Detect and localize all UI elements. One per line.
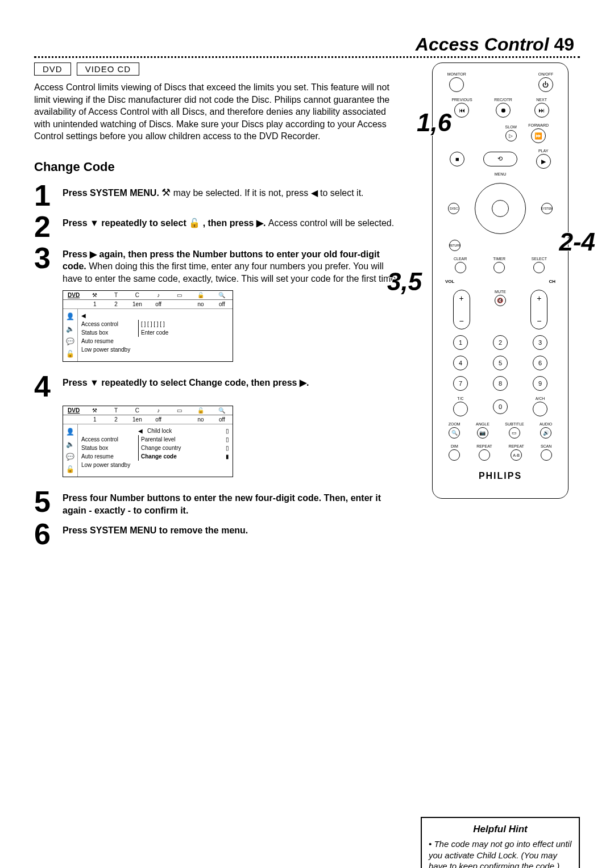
step-text: When doing this the first time, enter an…	[63, 261, 399, 283]
timer-button[interactable]	[493, 262, 505, 273]
speaker-icon: 🔈	[66, 440, 74, 448]
ach-button[interactable]	[533, 402, 547, 416]
step-number: 2	[34, 214, 55, 240]
play-button[interactable]: ▶	[536, 154, 551, 169]
num-1[interactable]: 1	[453, 335, 468, 350]
intro-paragraph: Access Control limits viewing of Discs t…	[34, 81, 404, 143]
section-title: Change Code	[34, 160, 404, 174]
audio-button[interactable]: 🔊	[540, 427, 551, 439]
return-button[interactable]: RETURN	[449, 240, 460, 251]
rec-button[interactable]: ⏺	[496, 103, 511, 118]
menu-header: DVD ⚒TC ♪▭🔓🔍	[63, 406, 233, 415]
step-3: 3 Press ▶ again, then press the Number b…	[34, 245, 404, 285]
num-0[interactable]: 0	[493, 399, 508, 414]
nav-pad[interactable]	[475, 183, 526, 234]
header-title: Access Control	[416, 34, 549, 55]
step-body: Press four Number buttons to enter the n…	[63, 489, 404, 516]
wrench-icon: ⚒	[161, 187, 171, 198]
next-button[interactable]: ⏭	[534, 103, 549, 118]
step-bold: Press SYSTEM MENU to remove the menu.	[63, 525, 248, 535]
hint-body: • The code may not go into effect until …	[429, 838, 572, 868]
lock-icon: 🔓	[66, 350, 74, 358]
step-number: 4	[34, 373, 55, 400]
repeat-ab-button[interactable]: A-B	[511, 449, 522, 461]
clear-button[interactable]	[455, 262, 466, 273]
step-bold: Press four Number buttons to enter the n…	[63, 493, 381, 515]
tag-video-cd: VIDEO CD	[77, 62, 140, 76]
osd-menu-2: DVD ⚒TC ♪▭🔓🔍 12 1enoff nooff 👤 🔈 💬 🔓 ◀Ch…	[63, 406, 233, 477]
person-icon: 👤	[66, 428, 74, 436]
main-column: DVD VIDEO CD Access Control limits viewi…	[34, 62, 404, 868]
helpful-hint-box: Helpful Hint • The code may not go into …	[421, 817, 580, 868]
step-6: 6 Press SYSTEM MENU to remove the menu.	[34, 521, 404, 548]
step-number: 6	[34, 521, 55, 548]
tc-button[interactable]	[453, 402, 468, 416]
num-4[interactable]: 4	[453, 356, 468, 370]
remote-control: 1,6 2-4 3,5 MONITOR ON/OFF⏻ PREVIOUS⏮ RE…	[432, 62, 569, 499]
step-text: may be selected. If it is not, press ◀ t…	[173, 188, 364, 198]
forward-button[interactable]: ⏩	[531, 128, 546, 143]
step-4: 4 Press ▼ repeatedly to select Change co…	[34, 373, 404, 400]
step-1: 1 Press SYSTEM MENU. ⚒ may be selected. …	[34, 182, 404, 209]
speaker-icon: 🔈	[66, 325, 74, 333]
repeat-button[interactable]	[479, 449, 490, 461]
monitor-button[interactable]	[449, 77, 464, 92]
callout-3-5: 3,5	[387, 268, 422, 296]
num-9[interactable]: 9	[533, 376, 547, 391]
speech-icon: 💬	[66, 337, 74, 345]
power-button[interactable]: ⏻	[538, 77, 553, 92]
dim-button[interactable]	[449, 449, 460, 461]
shuttle-button[interactable]: ⟲	[483, 152, 517, 166]
mute-button[interactable]: 🔇	[495, 295, 506, 306]
step-body: Press ▼ repeatedly to select Change code…	[63, 373, 309, 389]
num-7[interactable]: 7	[453, 376, 468, 391]
step-number: 1	[34, 182, 55, 209]
step-bold: Press SYSTEM MENU.	[63, 188, 159, 198]
step-bold: Press ▼ repeatedly to select Change code…	[63, 378, 309, 387]
header-page-num: 49	[554, 34, 574, 55]
step-number: 5	[34, 489, 55, 515]
format-tags: DVD VIDEO CD	[34, 62, 404, 76]
step-text: Access control will be selected.	[268, 218, 394, 228]
step-2: 2 Press ▼ repeatedly to select 🔓 , then …	[34, 214, 404, 240]
menu-side-icons: 👤 🔈 💬 🔓	[63, 309, 78, 361]
volume-rocker[interactable]: +−	[453, 290, 470, 329]
previous-button[interactable]: ⏮	[454, 103, 469, 118]
lock-icon: 🔓	[66, 465, 74, 473]
brand-logo: PHILIPS	[441, 471, 560, 481]
angle-button[interactable]: 📷	[477, 427, 488, 439]
num-3[interactable]: 3	[533, 335, 547, 350]
step-body: Press ▼ repeatedly to select 🔓 , then pr…	[63, 214, 394, 229]
slow-button[interactable]: ▷	[505, 130, 517, 141]
callout-1-6: 1,6	[417, 108, 451, 137]
channel-rocker[interactable]: +−	[530, 290, 547, 329]
num-5[interactable]: 5	[493, 356, 508, 370]
hint-title: Helpful Hint	[429, 824, 572, 835]
tag-dvd: DVD	[34, 62, 71, 76]
num-8[interactable]: 8	[493, 376, 508, 391]
step-body: Press SYSTEM MENU to remove the menu.	[63, 521, 248, 537]
disc-button[interactable]: DISC	[448, 203, 459, 214]
speech-icon: 💬	[66, 453, 74, 461]
step-number: 3	[34, 245, 55, 272]
num-2[interactable]: 2	[493, 335, 508, 350]
side-column: 1,6 2-4 3,5 MONITOR ON/OFF⏻ PREVIOUS⏮ RE…	[421, 62, 580, 868]
subtitle-button[interactable]: ▭	[509, 427, 520, 439]
stop-button[interactable]: ■	[450, 152, 464, 166]
page-header: Access Control 49	[34, 34, 580, 55]
scan-button[interactable]	[541, 449, 552, 461]
lock-icon: 🔓	[189, 218, 200, 228]
menu-side-icons: 👤 🔈 💬 🔓	[63, 424, 78, 477]
step-body: Press ▶ again, then press the Number but…	[63, 245, 404, 285]
system-button[interactable]: SYSTEM	[541, 203, 553, 214]
num-6[interactable]: 6	[533, 356, 547, 370]
step-bold: Press ▼ repeatedly to select 🔓 , then pr…	[63, 218, 268, 228]
header-separator	[34, 56, 580, 58]
person-icon: 👤	[66, 312, 74, 320]
step-body: Press SYSTEM MENU. ⚒ may be selected. If…	[63, 182, 364, 199]
zoom-button[interactable]: 🔍	[449, 427, 460, 439]
step-5: 5 Press four Number buttons to enter the…	[34, 489, 404, 516]
menu-header: DVD ⚒TC ♪▭🔓🔍	[63, 291, 233, 300]
select-button[interactable]	[533, 262, 545, 273]
osd-menu-1: DVD ⚒TC ♪▭🔓🔍 12 1enoff nooff 👤 🔈 💬 🔓 ◀	[63, 290, 233, 362]
